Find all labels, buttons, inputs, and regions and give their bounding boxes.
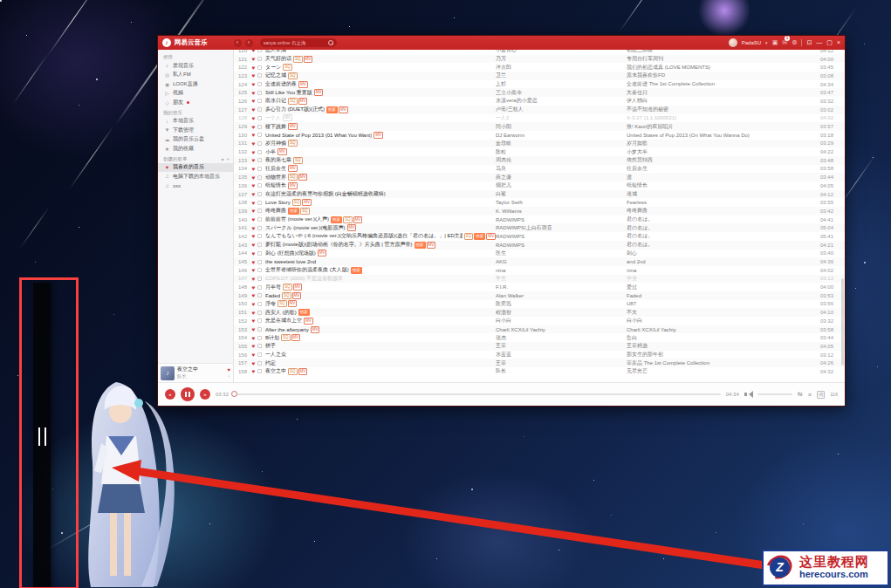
song-row[interactable]: 146 ♥ 全世界谁倾听你的温柔夜曲 (大人版) 独家 nina nina 04… xyxy=(234,266,845,275)
download-icon[interactable] xyxy=(257,107,262,112)
download-icon[interactable] xyxy=(257,243,262,247)
song-album[interactable]: Faded xyxy=(627,293,820,298)
song-row[interactable]: 135 ♥ 动物世界 SQMV 薛之谦 渡 03:44 xyxy=(234,173,845,181)
download-icon[interactable] xyxy=(257,82,262,86)
lyrics-button[interactable]: 词 xyxy=(817,391,826,399)
favorite-icon[interactable]: ♥ xyxy=(250,106,257,113)
download-icon[interactable] xyxy=(257,277,262,281)
song-row[interactable]: 150 ♥ 浮夸 SQMV 陈奕迅 U87 03:56 xyxy=(234,300,845,309)
song-album[interactable]: 伊人独白 xyxy=(627,97,820,105)
minimize-icon[interactable]: — xyxy=(816,38,822,47)
download-icon[interactable] xyxy=(257,125,262,129)
song-title[interactable]: 恋人未满 xyxy=(265,50,286,54)
sidebar-item[interactable]: ★ 我的收藏 xyxy=(158,144,233,154)
favorite-icon[interactable]: ♥ xyxy=(250,56,257,62)
download-icon[interactable] xyxy=(257,352,262,357)
progress-bar[interactable] xyxy=(234,393,721,395)
add-playlist-icon[interactable]: + xyxy=(226,156,230,162)
song-artist[interactable]: 白小白 xyxy=(496,317,627,325)
song-artist[interactable]: 程渤智 xyxy=(496,309,627,317)
play-mode-icon[interactable]: ⇆ xyxy=(798,391,803,398)
sidebar-item[interactable]: ◎ 私人FM xyxy=(158,71,233,80)
messages-icon[interactable]: ✉ 1 xyxy=(782,38,787,47)
sidebar-item[interactable]: 我的音乐 xyxy=(158,107,233,117)
song-album[interactable]: 小梦大半 xyxy=(627,148,820,156)
song-row[interactable]: 132 ♥ 小半 MV 陈粒 小梦大半 04:22 xyxy=(234,147,845,156)
song-title[interactable]: COPILOT (2000) 不是这首歌版本 xyxy=(265,275,343,283)
titlebar[interactable]: ♪ 网易云音乐 ‹ › sanya online 石之海 PadaSU ▾ ▣ … xyxy=(158,36,845,50)
download-icon[interactable] xyxy=(257,268,262,272)
chevron-down-icon[interactable]: ▾ xyxy=(765,40,768,45)
song-artist[interactable]: 马良 xyxy=(496,165,627,173)
song-title[interactable]: 天气好的话 xyxy=(265,55,291,63)
song-row[interactable]: 127 ♥ 多心引力 (DUET版)(正式) 独家MV 卢苇/三枝人 不说不知道… xyxy=(234,106,845,114)
song-row[interactable]: 141 ♥ スパークル (movie ver.)(电影原声) MV RADWIM… xyxy=(234,223,845,232)
song-album[interactable]: 那女生的那年初 xyxy=(627,351,820,359)
song-artist[interactable]: F.I.R. xyxy=(496,284,627,290)
song-row[interactable]: 140 ♥ 前前前世 (movie ver.)(人声) 独家SQMV RADWI… xyxy=(234,215,845,224)
song-artist[interactable]: 上杉 xyxy=(496,80,627,88)
settings-gear-icon[interactable]: ⚙ xyxy=(792,38,797,47)
song-row[interactable]: 133 ♥ 夜的第七章 SQ 周杰伦 依然范特西 03:48 xyxy=(234,156,845,165)
song-artist[interactable]: 医生 xyxy=(496,250,627,257)
song-album[interactable]: Charli XCX/Lil Yachty xyxy=(627,327,820,332)
song-artist[interactable]: 水漾vera的小爱恋 xyxy=(496,97,627,105)
song-title[interactable]: the sweetest love 2nd xyxy=(265,259,316,264)
download-icon[interactable] xyxy=(257,50,262,52)
favorite-icon[interactable]: ♥ xyxy=(250,115,257,121)
song-artist[interactable]: 王菲 xyxy=(496,359,627,367)
sidebar-item[interactable]: 推荐 xyxy=(158,51,233,61)
download-icon[interactable] xyxy=(257,99,262,103)
song-artist[interactable]: 薛之谦 xyxy=(496,174,627,181)
song-title[interactable]: 一个人 xyxy=(265,114,281,122)
song-title[interactable]: 楼下跳舞 xyxy=(265,123,286,131)
song-title[interactable]: Faded xyxy=(265,293,280,298)
song-album[interactable]: 君の名は。 xyxy=(627,215,820,223)
song-title[interactable]: 西安人 (的歌) xyxy=(265,309,297,317)
song-title[interactable]: B计划 xyxy=(265,334,279,342)
song-row[interactable]: 124 ♥ 全速前进的夜 MV 上杉 全速前进 The 1st Complete… xyxy=(234,80,845,89)
download-icon[interactable] xyxy=(257,336,262,340)
song-album[interactable]: 王菲精选 xyxy=(627,342,820,350)
favorite-icon[interactable]: ♥ xyxy=(250,200,257,206)
scrollbar-thumb[interactable] xyxy=(841,278,844,366)
album-art[interactable]: ♪ xyxy=(161,366,175,380)
song-album[interactable]: 咚咚舞曲 xyxy=(627,207,820,215)
song-title[interactable]: Still Like You 重置版 xyxy=(265,89,312,97)
favorite-icon[interactable]: ♥ xyxy=(250,301,257,307)
song-title[interactable]: 动物世界 xyxy=(265,174,286,181)
song-album[interactable]: 爱过 xyxy=(627,284,820,291)
song-row[interactable]: 126 ♥ 雨水日记 SQMV 水漾vera的小爱恋 伊人独白 03:32 xyxy=(234,97,845,106)
song-title[interactable]: 夢灯籠 (movie版)(剧场动画《你的名字。》片头曲 | 官方原声带) xyxy=(265,241,413,249)
song-title[interactable]: 约定 xyxy=(265,359,276,367)
song-artist[interactable]: AKG xyxy=(496,259,627,264)
mini-mode-icon[interactable]: ⊡ xyxy=(806,38,812,47)
song-artist[interactable]: K. Williams xyxy=(496,209,627,214)
song-title[interactable]: 全世界谁倾听你的温柔夜曲 (大人版) xyxy=(265,266,349,274)
song-album[interactable]: and 2nd xyxy=(627,259,820,264)
favorite-icon[interactable]: ♥ xyxy=(250,335,257,341)
song-row[interactable]: 156 ♥ 一人之众 水蓝蓝 那女生的那年初 03:12 xyxy=(234,351,845,359)
song-row[interactable]: 143 ♥ 夢灯籠 (movie版)(剧场动画《你的名字。》片头曲 | 官方原声… xyxy=(234,241,845,250)
song-artist[interactable]: Alan Walker xyxy=(496,293,627,298)
song-row[interactable]: 138 ♥ Love Story SQMV Taylor Swift Fearl… xyxy=(234,198,845,207)
download-icon[interactable] xyxy=(257,65,262,70)
maximize-icon[interactable]: ▢ xyxy=(826,38,833,47)
song-row[interactable]: 142 ♥ なんでもないや (-6 (movie ver.)(交响乐风格编曲还原… xyxy=(234,232,845,241)
previous-track-button[interactable]: « xyxy=(165,389,175,400)
song-album[interactable]: 白小白 xyxy=(627,317,820,325)
song-album[interactable]: 不说不知道的秘密 xyxy=(627,106,820,113)
sidebar-item[interactable]: ◉ LOOK直播 xyxy=(158,79,233,89)
sidebar-item[interactable]: ◇ 朋友 xyxy=(158,98,233,107)
favorite-icon[interactable]: ♥ xyxy=(250,191,257,197)
song-artist[interactable]: 同小阳 xyxy=(496,123,627,131)
song-row[interactable]: 123 ♥ 记忆之城 SQ 卫兰 原来我喜欢你FD 03:08 xyxy=(234,72,845,80)
favorite-icon[interactable]: ♥ xyxy=(250,225,257,231)
download-icon[interactable] xyxy=(257,175,262,180)
song-row[interactable]: 121 ♥ 天气好的话 SQMV 乃万 专用自行车周刊 04:00 xyxy=(234,55,845,64)
song-title[interactable]: 浮夸 xyxy=(265,300,276,308)
song-artist[interactable]: 一人2 xyxy=(496,114,627,122)
song-row[interactable]: 147 ♥ COPILOT (2000) 不是这首歌版本 学生 毕业 03:12 xyxy=(234,275,845,284)
favorite-icon[interactable]: ♥ xyxy=(250,140,257,147)
song-title[interactable]: Love Story xyxy=(265,200,291,205)
